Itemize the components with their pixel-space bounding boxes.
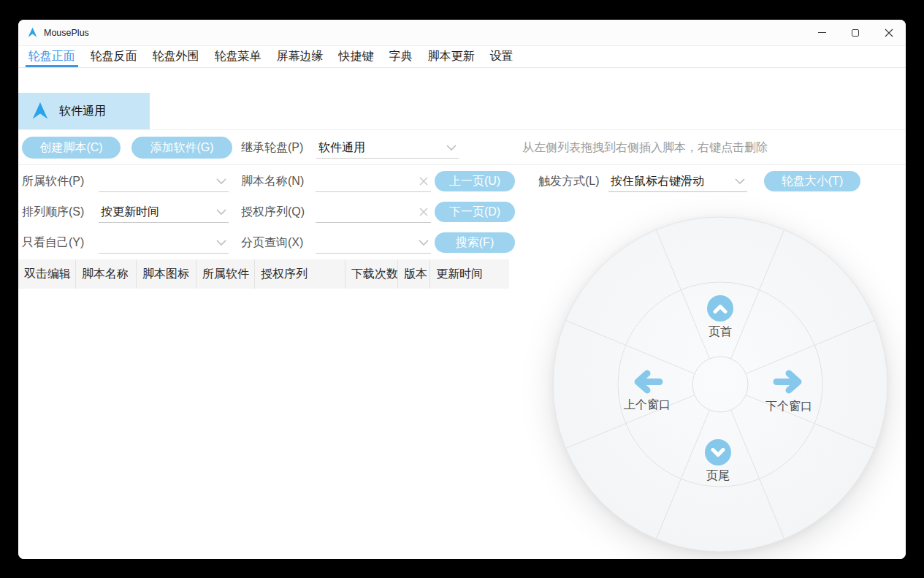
- app-logo-icon: [31, 102, 50, 121]
- license-series-field[interactable]: [316, 201, 431, 223]
- page-query-select[interactable]: [316, 232, 431, 254]
- screen: MousePlus 轮盘正面 轮盘反面 轮盘外围 轮盘菜单 屏幕边缘 快捷键 字…: [0, 0, 924, 578]
- wheel-profile-label: 软件通用: [59, 104, 106, 119]
- inherit-wheel-value: 软件通用: [318, 141, 365, 153]
- clear-x-icon[interactable]: [419, 208, 428, 216]
- prev-page-button[interactable]: 上一页(U): [435, 171, 515, 191]
- license-series-label: 授权序列(Q): [241, 201, 305, 223]
- create-script-button[interactable]: 创建脚本(C): [22, 137, 121, 159]
- col-script-name: 脚本名称: [76, 259, 137, 289]
- divider: [18, 164, 906, 165]
- close-button[interactable]: [872, 20, 906, 45]
- add-software-button[interactable]: 添加软件(G): [131, 137, 232, 159]
- script-name-label: 脚本名称(N): [241, 170, 304, 192]
- chevron-up-circle-icon: [707, 295, 733, 322]
- wheel-label-top: 页首: [676, 324, 764, 340]
- window-title: MousePlus: [44, 28, 89, 38]
- sort-order-value: 按更新时间: [101, 205, 159, 218]
- wheel-profile-tab[interactable]: 软件通用: [18, 93, 150, 129]
- col-license-series: 授权序列: [255, 259, 345, 289]
- arrow-right-icon: [773, 368, 805, 395]
- license-series-input[interactable]: [318, 202, 408, 222]
- search-button[interactable]: 搜索(F): [435, 232, 515, 253]
- only-mine-label: 只看自己(Y): [22, 232, 84, 254]
- chevron-down-icon: [419, 240, 429, 246]
- inherit-wheel-select[interactable]: 软件通用: [316, 137, 459, 159]
- sort-order-select[interactable]: 按更新时间: [99, 201, 229, 223]
- tab-settings[interactable]: 设置: [487, 46, 516, 67]
- owner-software-label: 所属软件(P): [22, 170, 84, 192]
- app-logo-icon: [27, 27, 38, 38]
- chevron-down-icon: [216, 178, 226, 184]
- minimize-button[interactable]: [805, 20, 839, 45]
- wheel-size-button[interactable]: 轮盘大小(T): [764, 171, 860, 191]
- divider: [18, 129, 906, 130]
- script-name-input[interactable]: [318, 171, 408, 191]
- inherit-wheel-label: 继承轮盘(P): [241, 137, 303, 159]
- maximize-icon: [852, 29, 859, 37]
- tab-wheel-menu[interactable]: 轮盘菜单: [212, 46, 264, 67]
- chevron-down-icon: [216, 209, 226, 215]
- window-controls: [805, 20, 906, 45]
- script-name-field[interactable]: [316, 170, 431, 192]
- col-download-count: 下载次数: [345, 259, 398, 289]
- trigger-mode-label: 触发方式(L): [538, 170, 600, 192]
- chevron-down-icon: [216, 240, 226, 246]
- col-owner-software: 所属软件: [196, 259, 255, 289]
- tab-wheel-back[interactable]: 轮盘反面: [88, 46, 140, 67]
- wheel-label-right: 下个窗口: [745, 399, 833, 414]
- col-double-click-edit: 双击编辑: [18, 259, 76, 289]
- wheel-label-left: 上个窗口: [603, 398, 691, 413]
- title-bar: MousePlus: [18, 20, 906, 46]
- mouseplus-window: MousePlus 轮盘正面 轮盘反面 轮盘外围 轮盘菜单 屏幕边缘 快捷键 字…: [18, 20, 906, 559]
- script-table-header: 双击编辑 脚本名称 脚本图标 所属软件 授权序列 下载次数 版本 更新时间: [18, 259, 509, 289]
- chevron-down-icon: [446, 145, 457, 151]
- page-query-label: 分页查询(X): [241, 232, 303, 254]
- wheel-preview: 页首 上个窗口 下个窗口: [549, 213, 892, 556]
- tab-hotkeys[interactable]: 快捷键: [336, 46, 377, 67]
- col-script-icon: 脚本图标: [137, 259, 196, 289]
- col-update-time: 更新时间: [430, 259, 509, 289]
- minimize-icon: [818, 32, 826, 33]
- tab-script-update[interactable]: 脚本更新: [425, 46, 478, 67]
- next-page-button[interactable]: 下一页(D): [435, 202, 515, 222]
- only-mine-select[interactable]: [99, 232, 229, 254]
- tab-screen-edge[interactable]: 屏幕边缘: [274, 46, 327, 67]
- tab-dictionary[interactable]: 字典: [386, 46, 416, 67]
- owner-software-select[interactable]: [99, 170, 229, 192]
- chevron-down-circle-icon: [705, 439, 731, 465]
- trigger-mode-value: 按住鼠标右键滑动: [611, 175, 704, 187]
- sort-order-label: 排列顺序(S): [22, 201, 84, 223]
- maximize-button[interactable]: [839, 20, 872, 45]
- content-area: 软件通用 创建脚本(C) 添加软件(G) 继承轮盘(P) 软件通用 从左侧列表拖…: [18, 68, 906, 559]
- wheel-rings: [549, 213, 892, 556]
- tab-wheel-front[interactable]: 轮盘正面: [26, 46, 78, 67]
- drag-hint-text: 从左侧列表拖拽到右侧插入脚本，右键点击删除: [522, 137, 768, 159]
- chevron-down-icon: [735, 178, 745, 184]
- main-tab-bar: 轮盘正面 轮盘反面 轮盘外围 轮盘菜单 屏幕边缘 快捷键 字典 脚本更新 设置: [18, 46, 906, 68]
- tab-wheel-outer[interactable]: 轮盘外围: [150, 46, 202, 67]
- col-version: 版本: [398, 259, 430, 289]
- clear-x-icon[interactable]: [419, 177, 428, 186]
- wheel-label-bottom: 页尾: [674, 468, 762, 484]
- close-icon: [885, 28, 893, 37]
- arrow-left-icon: [631, 368, 663, 395]
- trigger-mode-select[interactable]: 按住鼠标右键滑动: [608, 170, 747, 192]
